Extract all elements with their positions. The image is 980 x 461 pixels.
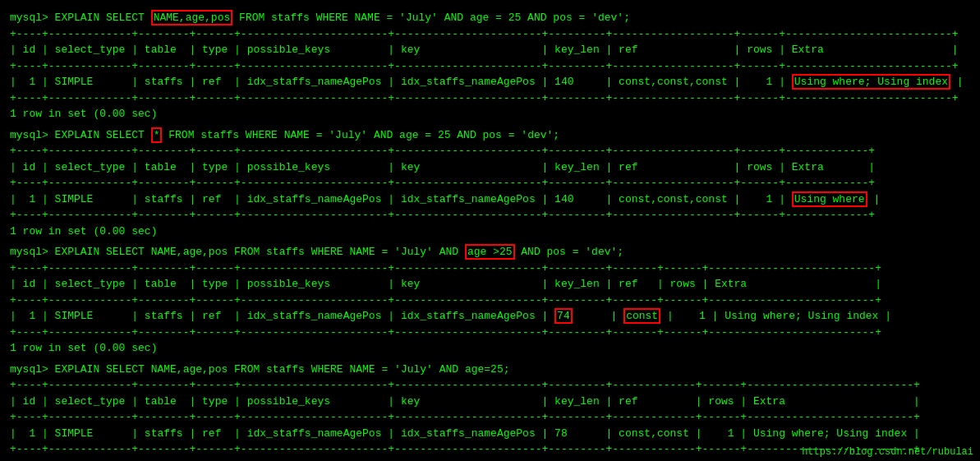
- query-line-1: mysql> EXPLAIN SELECT NAME,age,pos FROM …: [10, 10, 970, 26]
- query-line-4: mysql> EXPLAIN SELECT NAME,age,pos FROM …: [10, 362, 970, 378]
- divider-mid-3: +----+-------------+--------+------+----…: [10, 293, 970, 309]
- divider-top-4: +----+-------------+--------+------+----…: [10, 377, 970, 394]
- divider-mid-1: +----+-------------+--------+------+----…: [10, 58, 970, 75]
- query-block-1: mysql> EXPLAIN SELECT NAME,age,pos FROM …: [10, 10, 970, 122]
- divider-top-1: +----+-------------+--------+------+----…: [10, 26, 970, 43]
- footer-url: https://blog.csdn.net/rubulai: [802, 446, 973, 458]
- keylen-highlight-3: 74: [554, 308, 573, 324]
- header-2: | id | select_type | table | type | poss…: [10, 159, 970, 176]
- header-3: | id | select_type | table | type | poss…: [10, 276, 970, 293]
- data-row-2: | 1 | SIMPLE | staffs | ref | idx_staffs…: [10, 191, 970, 208]
- highlight-columns-1: NAME,age,pos: [151, 10, 233, 25]
- divider-bot-2: +----+-------------+--------+------+----…: [10, 207, 970, 224]
- data-row-3: | 1 | SIMPLE | staffs | ref | idx_staffs…: [10, 308, 970, 325]
- row-count-1: 1 row in set (0.00 sec): [10, 106, 970, 122]
- terminal: mysql> EXPLAIN SELECT NAME,age,pos FROM …: [7, 7, 973, 461]
- data-row-1: | 1 | SIMPLE | staffs | ref | idx_staffs…: [10, 74, 970, 90]
- query-block-3: mysql> EXPLAIN SELECT NAME,age,pos FROM …: [10, 244, 970, 357]
- header-4: | id | select_type | table | type | poss…: [10, 394, 970, 410]
- divider-mid-4: +----+-------------+--------+------+----…: [10, 409, 970, 426]
- highlight-star-2: *: [151, 127, 163, 143]
- ref-highlight-3: const: [623, 308, 660, 324]
- row-count-4: 1 row in set (0.00 sec): [10, 458, 970, 462]
- row-count-2: 1 row in set (0.00 sec): [10, 224, 970, 240]
- query-line-2: mysql> EXPLAIN SELECT * FROM staffs WHER…: [10, 127, 970, 144]
- divider-top-2: +----+-------------+--------+------+----…: [10, 143, 970, 159]
- query-block-2: mysql> EXPLAIN SELECT * FROM staffs WHER…: [10, 127, 970, 240]
- query-line-3: mysql> EXPLAIN SELECT NAME,age,pos FROM …: [10, 244, 970, 260]
- header-1: | id | select_type | table | type | poss…: [10, 42, 970, 58]
- extra-highlight-1: Using where; Using index: [792, 74, 950, 90]
- highlight-age-3: age >25: [465, 244, 515, 260]
- extra-highlight-2: Using where: [792, 191, 867, 207]
- divider-bot-3: +----+-------------+--------+------+----…: [10, 325, 970, 341]
- divider-bot-1: +----+-------------+--------+------+----…: [10, 90, 970, 107]
- data-row-4: | 1 | SIMPLE | staffs | ref | idx_staffs…: [10, 426, 970, 442]
- row-count-3: 1 row in set (0.00 sec): [10, 340, 970, 357]
- divider-mid-2: +----+-------------+--------+------+----…: [10, 175, 970, 191]
- divider-top-3: +----+-------------+--------+------+----…: [10, 260, 970, 277]
